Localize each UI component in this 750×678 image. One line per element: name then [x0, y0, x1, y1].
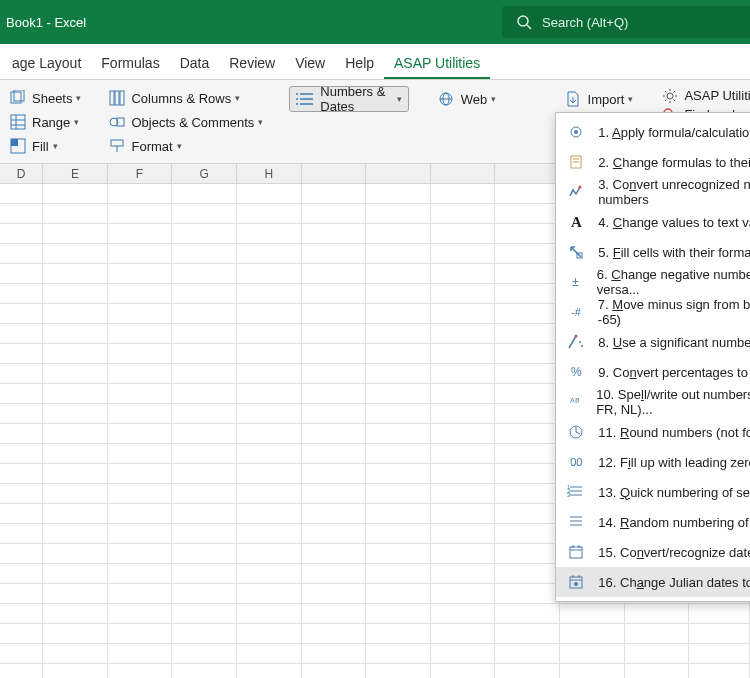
cell[interactable] — [431, 324, 496, 344]
cell[interactable] — [366, 244, 431, 264]
cell[interactable] — [108, 324, 173, 344]
cell[interactable] — [108, 184, 173, 204]
cell[interactable] — [237, 404, 302, 424]
cell[interactable] — [172, 344, 237, 364]
cell[interactable] — [237, 224, 302, 244]
menu-item-16[interactable]: 16. Change Julian dates to normal dates — [556, 567, 750, 597]
cell[interactable] — [302, 324, 367, 344]
cell[interactable] — [0, 464, 43, 484]
cell[interactable] — [495, 604, 560, 624]
menu-item-13[interactable]: 12313. Quick numbering of selected cells… — [556, 477, 750, 507]
cell[interactable] — [43, 264, 108, 284]
cell[interactable] — [366, 404, 431, 424]
cell[interactable] — [0, 504, 43, 524]
cell[interactable] — [302, 404, 367, 424]
cell[interactable] — [302, 644, 367, 664]
cell[interactable] — [366, 584, 431, 604]
cell[interactable] — [0, 424, 43, 444]
cell[interactable] — [172, 664, 237, 678]
menu-item-9[interactable]: %9. Convert percentages to numbers (e.g.… — [556, 357, 750, 387]
tab-view[interactable]: View — [285, 47, 335, 79]
cell[interactable] — [495, 304, 560, 324]
cell[interactable] — [302, 224, 367, 244]
column-header[interactable]: E — [43, 164, 108, 183]
cell[interactable] — [302, 624, 367, 644]
cell[interactable] — [431, 624, 496, 644]
cell[interactable] — [108, 624, 173, 644]
cell[interactable] — [108, 524, 173, 544]
cell[interactable] — [495, 224, 560, 244]
column-header[interactable] — [366, 164, 431, 183]
cell[interactable] — [689, 664, 750, 678]
cell[interactable] — [108, 604, 173, 624]
cell[interactable] — [237, 364, 302, 384]
cell[interactable] — [237, 564, 302, 584]
cell[interactable] — [366, 624, 431, 644]
cell[interactable] — [43, 324, 108, 344]
tab-page-layout[interactable]: age Layout — [2, 47, 91, 79]
cell[interactable] — [366, 444, 431, 464]
cell[interactable] — [302, 204, 367, 224]
cell[interactable] — [302, 424, 367, 444]
cell[interactable] — [0, 224, 43, 244]
cell[interactable] — [302, 564, 367, 584]
cell[interactable] — [302, 584, 367, 604]
cell[interactable] — [172, 304, 237, 324]
cell[interactable] — [172, 264, 237, 284]
cell[interactable] — [43, 604, 108, 624]
cell[interactable] — [108, 304, 173, 324]
cell[interactable] — [108, 244, 173, 264]
cell[interactable] — [495, 644, 560, 664]
cell[interactable] — [108, 664, 173, 678]
cell[interactable] — [0, 544, 43, 564]
cell[interactable] — [172, 324, 237, 344]
cell[interactable] — [495, 544, 560, 564]
cell[interactable] — [366, 184, 431, 204]
cell[interactable] — [108, 384, 173, 404]
cell[interactable] — [689, 644, 750, 664]
cell[interactable] — [237, 184, 302, 204]
tab-review[interactable]: Review — [219, 47, 285, 79]
cell[interactable] — [172, 544, 237, 564]
cell[interactable] — [43, 364, 108, 384]
cell[interactable] — [237, 344, 302, 364]
cell[interactable] — [43, 544, 108, 564]
cell[interactable] — [0, 264, 43, 284]
cell[interactable] — [625, 624, 690, 644]
cell[interactable] — [366, 224, 431, 244]
cell[interactable] — [172, 604, 237, 624]
cell[interactable] — [302, 464, 367, 484]
cell[interactable] — [431, 484, 496, 504]
cell[interactable] — [495, 664, 560, 678]
cell[interactable] — [172, 424, 237, 444]
cell[interactable] — [366, 604, 431, 624]
cell[interactable] — [0, 284, 43, 304]
cell[interactable] — [366, 664, 431, 678]
cell[interactable] — [108, 544, 173, 564]
cell[interactable] — [0, 244, 43, 264]
cell[interactable] — [43, 624, 108, 644]
cell[interactable] — [366, 524, 431, 544]
cell[interactable] — [0, 524, 43, 544]
cell[interactable] — [0, 444, 43, 464]
cell[interactable] — [366, 484, 431, 504]
cell[interactable] — [237, 384, 302, 404]
tab-help[interactable]: Help — [335, 47, 384, 79]
cell[interactable] — [366, 324, 431, 344]
cell[interactable] — [237, 304, 302, 324]
cell[interactable] — [431, 424, 496, 444]
tab-asap-utilities[interactable]: ASAP Utilities — [384, 47, 490, 79]
cell[interactable] — [172, 624, 237, 644]
cell[interactable] — [237, 324, 302, 344]
cell[interactable] — [431, 524, 496, 544]
cell[interactable] — [108, 464, 173, 484]
cell[interactable] — [237, 424, 302, 444]
cell[interactable] — [172, 204, 237, 224]
cell[interactable] — [431, 204, 496, 224]
cell[interactable] — [108, 644, 173, 664]
cell[interactable] — [172, 404, 237, 424]
cell[interactable] — [302, 484, 367, 504]
cell[interactable] — [43, 384, 108, 404]
cell[interactable] — [43, 404, 108, 424]
cell[interactable] — [495, 484, 560, 504]
